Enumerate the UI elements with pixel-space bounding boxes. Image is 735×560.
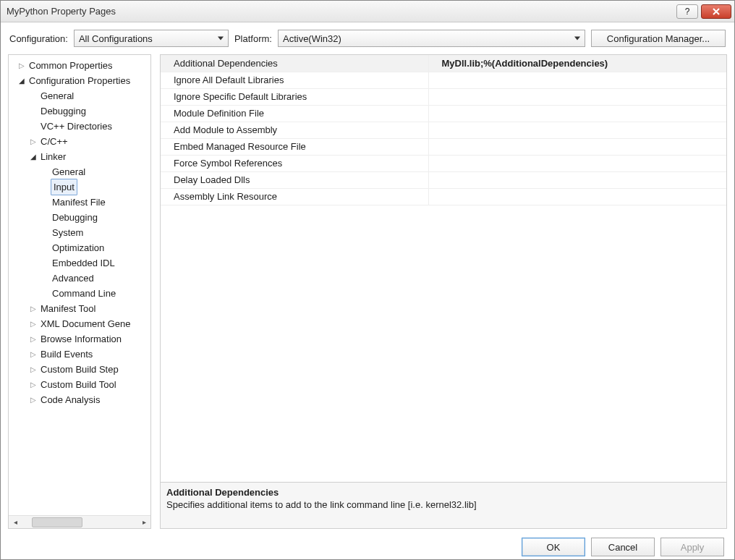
apply-button[interactable]: Apply <box>660 538 724 556</box>
property-value[interactable] <box>428 171 726 188</box>
property-row[interactable]: Delay Loaded Dlls <box>161 171 726 188</box>
tree-browse-info[interactable]: ▷Browse Information <box>13 331 150 347</box>
property-name: Add Module to Assembly <box>161 122 428 138</box>
tree-general[interactable]: General <box>13 88 150 103</box>
config-row: Configuration: All Configurations Platfo… <box>1 22 734 54</box>
tree-build-events[interactable]: ▷Build Events <box>13 347 150 362</box>
property-row[interactable]: Force Symbol References <box>161 155 726 171</box>
close-button[interactable] <box>701 4 731 19</box>
expand-icon: ▷ <box>29 362 38 377</box>
dialog-footer: OK Cancel Apply <box>1 529 734 556</box>
configuration-manager-button[interactable]: Configuration Manager... <box>591 30 726 47</box>
titlebar: MyPython Property Pages ? <box>1 1 734 22</box>
tree-linker-debugging[interactable]: Debugging <box>13 210 150 225</box>
scroll-thumb[interactable] <box>32 517 82 527</box>
chevron-down-icon <box>574 37 580 41</box>
tree-code-analysis[interactable]: ▷Code Analysis <box>13 392 150 407</box>
property-row[interactable]: Additional DependenciesMyDll.lib;%(Addit… <box>161 55 726 72</box>
property-grid[interactable]: Additional DependenciesMyDll.lib;%(Addit… <box>160 54 727 483</box>
description-box: Additional Dependencies Specifies additi… <box>160 483 727 529</box>
close-icon <box>712 7 721 16</box>
tree-custom-build-step[interactable]: ▷Custom Build Step <box>13 362 150 377</box>
tree-linker-manifest[interactable]: Manifest File <box>13 195 150 210</box>
help-button[interactable]: ? <box>676 4 698 19</box>
expand-icon: ▷ <box>29 392 38 407</box>
main-area: ▷Common Properties ◢Configuration Proper… <box>1 54 734 529</box>
property-name: Ignore All Default Libraries <box>161 72 428 88</box>
property-row[interactable]: Module Definition File <box>161 105 726 122</box>
tree-custom-build-tool[interactable]: ▷Custom Build Tool <box>13 377 150 392</box>
description-title: Additional Dependencies <box>166 487 721 498</box>
tree-panel: ▷Common Properties ◢Configuration Proper… <box>8 54 151 529</box>
cancel-button[interactable]: Cancel <box>591 538 655 556</box>
tree-configuration-properties[interactable]: ◢Configuration Properties <box>13 73 150 88</box>
scroll-track[interactable] <box>22 517 137 528</box>
property-value[interactable] <box>428 155 726 171</box>
property-name: Module Definition File <box>161 105 428 122</box>
property-name: Additional Dependencies <box>161 55 428 72</box>
tree-linker-system[interactable]: System <box>13 225 150 240</box>
property-row[interactable]: Add Module to Assembly <box>161 122 726 138</box>
configuration-value: All Configurations <box>79 33 153 44</box>
property-value[interactable] <box>428 72 726 88</box>
tree-common-properties[interactable]: ▷Common Properties <box>13 58 150 73</box>
description-text: Specifies additional items to add to the… <box>166 499 721 510</box>
tree-linker-embedded-idl[interactable]: Embedded IDL <box>13 255 150 271</box>
property-value[interactable] <box>428 122 726 138</box>
property-value[interactable] <box>428 138 726 155</box>
right-pane: Additional DependenciesMyDll.lib;%(Addit… <box>160 54 727 529</box>
platform-value: Active(Win32) <box>283 33 341 44</box>
property-name: Assembly Link Resource <box>161 188 428 205</box>
property-name: Force Symbol References <box>161 155 428 171</box>
chevron-down-icon <box>218 37 224 41</box>
expand-icon: ▷ <box>17 58 26 73</box>
expand-icon: ▷ <box>29 377 38 392</box>
tree-debugging[interactable]: Debugging <box>13 103 150 119</box>
configuration-label: Configuration: <box>9 33 68 44</box>
property-tree[interactable]: ▷Common Properties ◢Configuration Proper… <box>9 55 150 515</box>
tree-manifest-tool[interactable]: ▷Manifest Tool <box>13 301 150 316</box>
window-title: MyPython Property Pages <box>7 6 674 17</box>
property-row[interactable]: Assembly Link Resource <box>161 188 726 205</box>
expand-icon: ▷ <box>29 331 38 347</box>
property-value[interactable]: MyDll.lib;%(AdditionalDependencies) <box>428 55 726 72</box>
tree-linker-input[interactable]: Input <box>13 179 150 195</box>
cancel-label: Cancel <box>608 542 637 553</box>
property-value[interactable] <box>428 105 726 122</box>
property-row[interactable]: Embed Managed Resource File <box>161 138 726 155</box>
property-name: Embed Managed Resource File <box>161 138 428 155</box>
property-row[interactable]: Ignore Specific Default Libraries <box>161 88 726 105</box>
platform-label: Platform: <box>234 33 272 44</box>
scroll-right-icon[interactable]: ▸ <box>137 517 150 528</box>
configuration-manager-label: Configuration Manager... <box>607 33 710 44</box>
ok-label: OK <box>547 542 561 553</box>
collapse-icon: ◢ <box>29 149 38 164</box>
configuration-combo[interactable]: All Configurations <box>74 30 229 47</box>
expand-icon: ▷ <box>29 316 38 331</box>
tree-linker-optimization[interactable]: Optimization <box>13 240 150 255</box>
property-value[interactable] <box>428 88 726 105</box>
property-name: Ignore Specific Default Libraries <box>161 88 428 105</box>
tree-linker-advanced[interactable]: Advanced <box>13 271 150 286</box>
property-name: Delay Loaded Dlls <box>161 171 428 188</box>
property-value[interactable] <box>428 188 726 205</box>
ok-button[interactable]: OK <box>522 538 585 556</box>
help-icon: ? <box>685 7 690 17</box>
apply-label: Apply <box>681 542 705 553</box>
collapse-icon: ◢ <box>17 73 26 88</box>
tree-linker-cmdline[interactable]: Command Line <box>13 286 150 301</box>
tree-linker[interactable]: ◢Linker <box>13 149 150 164</box>
expand-icon: ▷ <box>29 301 38 316</box>
platform-combo[interactable]: Active(Win32) <box>278 30 585 47</box>
tree-xml-doc-gen[interactable]: ▷XML Document Gene <box>13 316 150 331</box>
tree-ccpp[interactable]: ▷C/C++ <box>13 134 150 149</box>
tree-linker-general[interactable]: General <box>13 164 150 179</box>
tree-vcpp-directories[interactable]: VC++ Directories <box>13 119 150 134</box>
property-row[interactable]: Ignore All Default Libraries <box>161 72 726 88</box>
expand-icon: ▷ <box>29 134 38 149</box>
tree-horizontal-scrollbar[interactable]: ◂ ▸ <box>9 515 150 528</box>
expand-icon: ▷ <box>29 347 38 362</box>
scroll-left-icon[interactable]: ◂ <box>9 517 22 528</box>
